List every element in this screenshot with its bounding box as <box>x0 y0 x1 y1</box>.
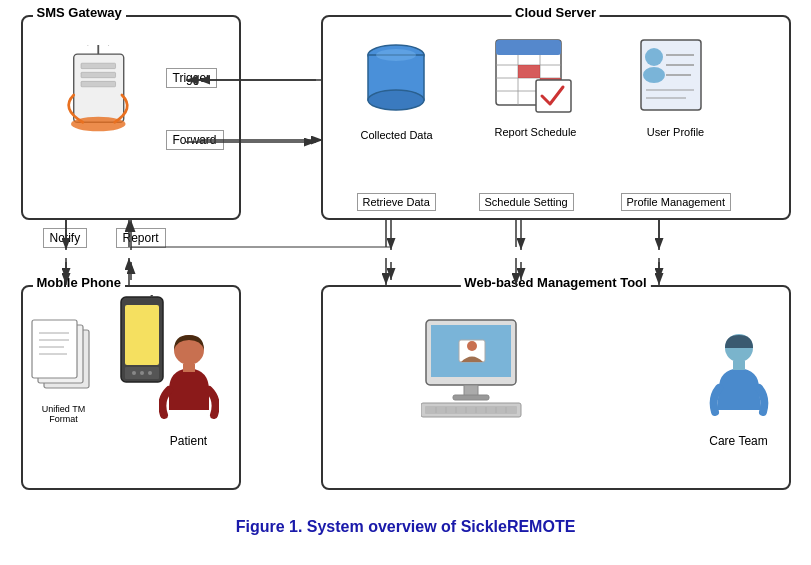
patient-label: Patient <box>159 434 219 448</box>
svg-point-40 <box>643 67 665 83</box>
documents-icon: Unified TM Format <box>29 315 99 424</box>
svg-point-63 <box>467 341 477 351</box>
user-profile-label: User Profile <box>636 126 716 138</box>
schedule-setting-label: Schedule Setting <box>479 193 574 211</box>
svg-rect-59 <box>183 364 195 372</box>
notify-label: Notify <box>43 228 88 248</box>
svg-rect-65 <box>453 395 489 400</box>
mobile-phone-title: Mobile Phone <box>33 275 126 290</box>
collected-data-icon: Collected Data <box>361 35 433 141</box>
forward-label: Forward <box>166 130 224 150</box>
profile-mgmt-label: Profile Management <box>621 193 731 211</box>
diagram: SMS Gateway Cloud Server Mobile Phone We… <box>11 10 801 510</box>
svg-rect-32 <box>518 65 540 78</box>
svg-point-54 <box>140 371 144 375</box>
figure-caption: Figure 1. System overview of SickleREMOT… <box>236 518 576 536</box>
svg-point-53 <box>132 371 136 375</box>
collected-data-label: Collected Data <box>361 129 433 141</box>
unified-tm-label: Unified TM Format <box>29 404 99 424</box>
svg-rect-45 <box>32 320 77 378</box>
svg-point-24 <box>376 49 416 61</box>
care-team-label: Care Team <box>709 434 769 448</box>
report-label: Report <box>116 228 166 248</box>
trigger-label: Trigger <box>166 68 218 88</box>
computer-icon <box>421 315 551 429</box>
report-schedule-icon: Report Schedule <box>491 30 581 138</box>
svg-point-39 <box>645 48 663 66</box>
svg-point-55 <box>148 371 152 375</box>
svg-rect-16 <box>81 63 116 68</box>
svg-rect-26 <box>496 40 561 55</box>
patient-icon: Patient <box>159 330 219 448</box>
svg-rect-67 <box>425 406 517 414</box>
svg-rect-17 <box>81 72 116 77</box>
web-tool-title: Web-based Management Tool <box>460 275 650 290</box>
sms-gateway-title: SMS Gateway <box>33 5 126 20</box>
svg-point-23 <box>368 90 424 110</box>
svg-rect-77 <box>733 361 745 370</box>
svg-rect-51 <box>125 305 159 365</box>
report-schedule-label: Report Schedule <box>491 126 581 138</box>
retrieve-data-label: Retrieve Data <box>357 193 436 211</box>
user-profile-icon: User Profile <box>636 35 716 138</box>
cloud-server-title: Cloud Server <box>511 5 600 20</box>
sms-gateway-server-icon <box>61 45 141 145</box>
svg-rect-18 <box>81 81 116 86</box>
care-team-icon: Care Team <box>709 330 769 448</box>
